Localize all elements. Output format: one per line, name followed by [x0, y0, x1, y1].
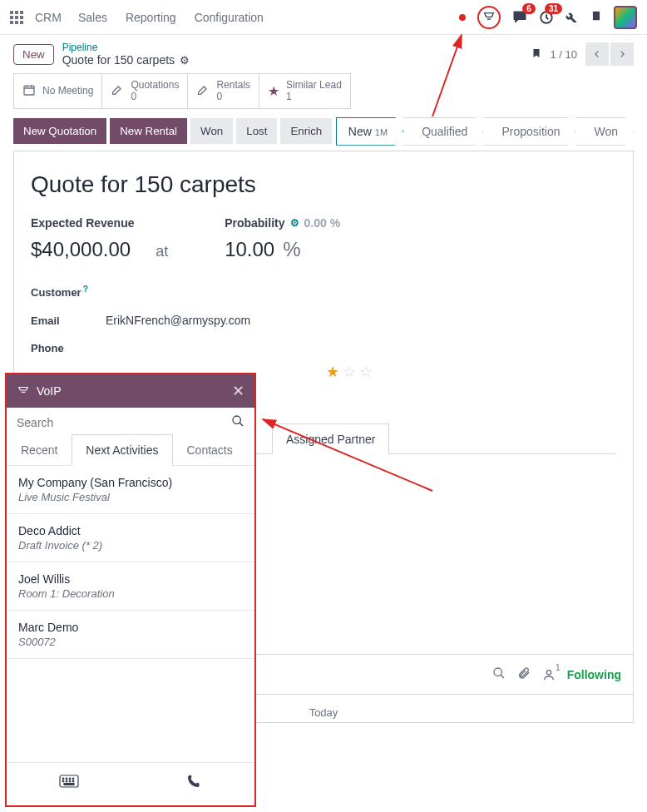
stat-rentals-button[interactable]: Rentals 0: [188, 73, 259, 109]
percent-sign: %: [283, 238, 300, 261]
following-button[interactable]: Following: [567, 668, 621, 681]
stat-similar-button[interactable]: ★ Similar Lead 1: [259, 73, 351, 109]
search-icon[interactable]: [231, 414, 244, 430]
tab-assigned-partner[interactable]: Assigned Partner: [272, 423, 389, 454]
menu-sales[interactable]: Sales: [78, 11, 107, 24]
voip-search-input[interactable]: [17, 416, 231, 429]
edit-icon: [196, 83, 210, 99]
stage-bar: New1M Qualified Proposition Won: [337, 117, 634, 146]
pager-prev-button[interactable]: [585, 42, 609, 66]
voip-item-sub: Draft Invoice (* 2): [18, 539, 243, 552]
close-icon[interactable]: ✕: [232, 382, 244, 400]
expected-revenue-value[interactable]: $40,000.00: [31, 238, 131, 261]
app-brand[interactable]: CRM: [35, 11, 62, 24]
svg-point-5: [233, 416, 240, 423]
top-nav: CRM Sales Reporting Configuration 6 31: [0, 0, 647, 35]
svg-point-3: [494, 668, 501, 676]
svg-point-4: [546, 670, 551, 674]
lost-button[interactable]: Lost: [236, 118, 277, 144]
followers-icon[interactable]: 1: [542, 668, 556, 681]
pager-text[interactable]: 1 / 10: [550, 48, 577, 61]
stage-qualified[interactable]: Qualified: [403, 117, 483, 146]
new-record-button[interactable]: New: [13, 44, 54, 65]
star-icon: ★: [268, 83, 279, 99]
voip-title: VoIP: [37, 384, 62, 398]
activities-clock-icon[interactable]: 31: [539, 10, 554, 25]
stage-proposition[interactable]: Proposition: [482, 117, 575, 146]
stage-won[interactable]: Won: [575, 117, 634, 146]
expected-revenue-label: Expected Revenue: [31, 216, 175, 230]
stat-quotations-button[interactable]: Quotations 0: [102, 73, 188, 109]
probability-label: Probability 0.00 %: [225, 216, 340, 230]
voip-item[interactable]: My Company (San Francisco) Live Music Fe…: [7, 466, 254, 514]
debug-icon[interactable]: [590, 9, 602, 25]
voip-item-name: Joel Willis: [18, 572, 243, 586]
voip-tab-next-activities[interactable]: Next Activities: [72, 434, 172, 466]
voip-item-name: My Company (San Francisco): [18, 476, 243, 489]
voip-item-name: Deco Addict: [18, 524, 243, 537]
new-quotation-button[interactable]: New Quotation: [13, 118, 106, 144]
svg-rect-1: [593, 12, 600, 21]
voip-item-name: Marc Demo: [18, 621, 243, 634]
voip-tabs: Recent Next Activities Contacts: [7, 433, 254, 466]
svg-rect-2: [24, 86, 34, 95]
messaging-badge: 6: [522, 3, 536, 14]
star-icon[interactable]: ☆: [359, 363, 373, 381]
followers-count: 1: [556, 663, 561, 672]
voip-search-row: [7, 408, 254, 433]
voip-item-sub: Room 1: Decoration: [18, 587, 243, 600]
email-value[interactable]: ErikNFrench@armyspy.com: [106, 314, 250, 327]
phone-icon: [17, 384, 30, 399]
attachment-icon[interactable]: [517, 666, 531, 682]
gear-icon[interactable]: [180, 54, 190, 67]
voip-item[interactable]: Joel Willis Room 1: Decoration: [7, 562, 254, 611]
voip-widget: VoIP ✕ Recent Next Activities Contacts M…: [5, 373, 256, 723]
search-icon[interactable]: [492, 666, 506, 682]
voip-header: VoIP ✕: [7, 374, 254, 408]
record-title[interactable]: Quote for 150 carpets: [31, 171, 616, 198]
messaging-icon[interactable]: 6: [512, 10, 527, 25]
voip-item[interactable]: Marc Demo S00072: [7, 611, 254, 659]
voip-item-sub: Live Music Festival: [18, 491, 243, 503]
email-label: Email: [31, 314, 106, 327]
voip-item[interactable]: Deco Addict Draft Invoice (* 2): [7, 514, 254, 562]
pager-next-button[interactable]: [610, 42, 634, 66]
bookmark-icon[interactable]: [531, 47, 541, 62]
probability-computed: 0.00 %: [304, 216, 341, 230]
customer-label: Customer?: [31, 285, 106, 299]
activities-badge: 31: [545, 3, 562, 14]
stage-new[interactable]: New1M: [336, 117, 403, 146]
help-icon[interactable]: ?: [83, 285, 88, 294]
breadcrumb-title: Quote for 150 carpets: [62, 53, 175, 67]
voip-phone-icon[interactable]: [477, 6, 501, 29]
stat-button-row: No Meeting Quotations 0 Rentals 0 ★ Simi…: [0, 73, 647, 117]
menu-configuration[interactable]: Configuration: [195, 11, 264, 24]
won-button[interactable]: Won: [190, 118, 233, 144]
apps-icon[interactable]: [10, 11, 23, 24]
breadcrumb-parent[interactable]: Pipeline: [62, 42, 190, 53]
at-label: at: [156, 243, 168, 260]
calendar-icon: [22, 83, 36, 99]
voip-list: My Company (San Francisco) Live Music Fe…: [7, 466, 254, 723]
voip-tab-contacts[interactable]: Contacts: [173, 434, 247, 466]
phone-label: Phone: [31, 342, 106, 354]
menu-reporting[interactable]: Reporting: [126, 11, 176, 24]
tools-icon[interactable]: [566, 9, 579, 25]
voip-item-sub: S00072: [18, 636, 243, 648]
user-avatar[interactable]: [614, 6, 637, 29]
voip-tab-recent[interactable]: Recent: [7, 434, 72, 466]
probability-value[interactable]: 10.00: [225, 238, 274, 261]
breadcrumb-row: New Pipeline Quote for 150 carpets 1 / 1…: [0, 35, 647, 73]
stat-meeting-button[interactable]: No Meeting: [13, 73, 102, 109]
star-icon[interactable]: ★: [326, 363, 339, 381]
enrich-button[interactable]: Enrich: [280, 118, 332, 144]
priority-stars[interactable]: ★ ☆ ☆: [326, 363, 616, 381]
action-row: New Quotation New Rental Won Lost Enrich…: [0, 117, 647, 146]
gear-icon[interactable]: [290, 217, 299, 229]
new-rental-button[interactable]: New Rental: [110, 118, 187, 144]
recording-indicator-icon: [459, 14, 466, 21]
star-icon[interactable]: ☆: [343, 363, 356, 381]
edit-icon: [111, 83, 124, 99]
